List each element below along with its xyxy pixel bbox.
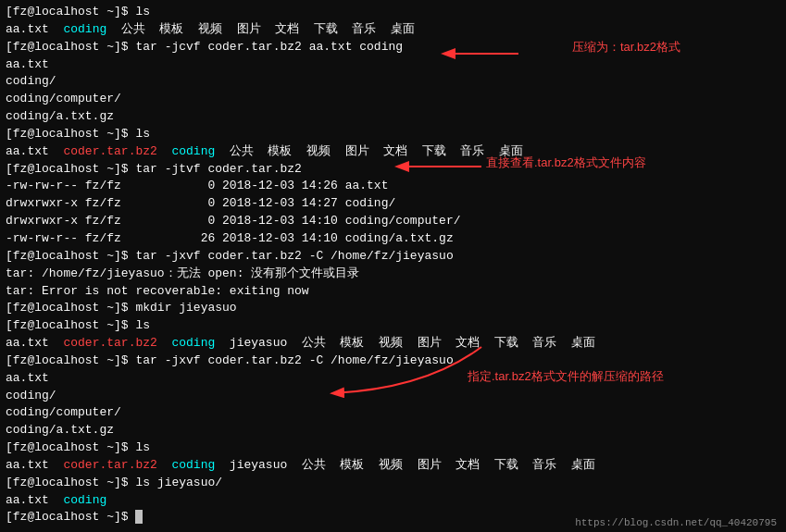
line-16: tar: /home/fz/jieyasuo：无法 open: 没有那个文件或目… (6, 266, 780, 283)
line-24: coding/computer/ (6, 404, 780, 422)
line-19: [fz@localhost ~]$ ls (6, 317, 780, 335)
line-1: [fz@localhost ~]$ ls (6, 4, 780, 21)
line-10: [fz@localhost ~]$ tar -jtvf coder.tar.bz… (6, 161, 780, 179)
line-2: aa.txt coding 公共 模板 视频 图片 文档 下载 音乐 桌面 (6, 21, 780, 39)
line-15: [fz@localhost ~]$ tar -jxvf coder.tar.bz… (6, 248, 780, 266)
line-9: aa.txt coder.tar.bz2 coding 公共 模板 视频 图片 … (6, 143, 780, 161)
line-4: aa.txt (6, 56, 780, 74)
line-11: -rw-rw-r-- fz/fz 0 2018-12-03 14:26 aa.t… (6, 178, 780, 195)
line-27: aa.txt coder.tar.bz2 coding jieyasuo 公共 … (6, 457, 780, 475)
line-17: tar: Error is not recoverable: exiting n… (6, 283, 780, 301)
line-8: [fz@localhost ~]$ ls (6, 126, 780, 143)
line-23: coding/ (6, 388, 780, 405)
line-20: aa.txt coder.tar.bz2 coding jieyasuo 公共 … (6, 335, 780, 353)
line-13: drwxrwxr-x fz/fz 0 2018-12-03 14:10 codi… (6, 213, 780, 230)
footer-url: https://blog.csdn.net/qq_40420795 (575, 517, 777, 528)
line-7: coding/a.txt.gz (6, 108, 780, 126)
annotation-extract-path: 指定.tar.bz2格式文件的解压缩的路径 (468, 368, 664, 385)
annotation-compress: 压缩为：tar.bz2格式 (572, 39, 680, 56)
line-25: coding/a.txt.gz (6, 422, 780, 439)
line-18: [fz@localhost ~]$ mkdir jieyasuo (6, 300, 780, 317)
line-14: -rw-rw-r-- fz/fz 26 2018-12-03 14:10 cod… (6, 230, 780, 248)
text: [fz@localhost ~]$ ls (6, 5, 150, 19)
line-12: drwxrwxr-x fz/fz 0 2018-12-03 14:27 codi… (6, 195, 780, 213)
line-21: [fz@localhost ~]$ tar -jxvf coder.tar.bz… (6, 353, 780, 370)
line-6: coding/computer/ (6, 91, 780, 108)
line-22: aa.txt (6, 370, 780, 388)
line-26: [fz@localhost ~]$ ls (6, 439, 780, 457)
terminal: [fz@localhost ~]$ ls aa.txt coding 公共 模板… (0, 0, 786, 532)
line-28: [fz@localhost ~]$ ls jieyasuo/ (6, 475, 780, 492)
line-5: coding/ (6, 73, 780, 91)
line-29: aa.txt coding (6, 492, 780, 510)
annotation-view: 直接查看.tar.bz2格式文件内容 (486, 155, 646, 171)
